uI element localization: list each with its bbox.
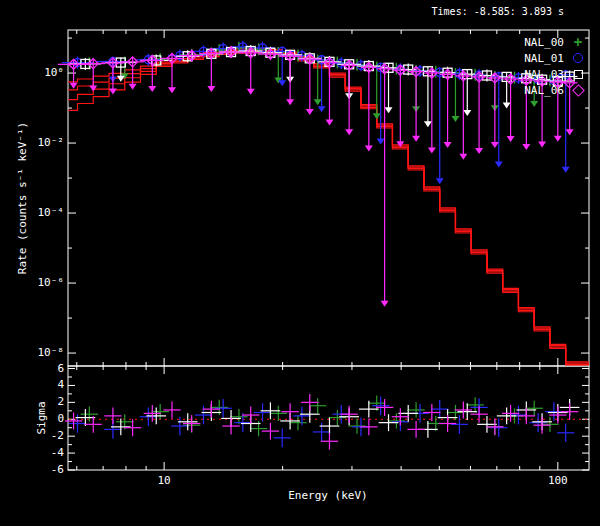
- legend-item-nal06: NAL_06: [524, 82, 588, 98]
- rate-axis-label: Rate (counts s⁻¹ keV⁻¹): [17, 83, 29, 313]
- square-marker-icon: [568, 67, 588, 81]
- circle-marker-icon: [568, 51, 588, 65]
- times-range-label: Times: -8.585: 3.893 s: [300, 6, 564, 18]
- legend-item-nal03: NAL_03: [524, 66, 588, 82]
- legend-label: NAL_03: [524, 68, 564, 81]
- sigma-axis-label: Sigma: [36, 353, 48, 483]
- legend-item-nal01: NAL_01: [524, 50, 588, 66]
- energy-axis-label: Energy (keV): [168, 490, 488, 502]
- plus-marker-icon: +: [568, 35, 588, 49]
- spectrum-plot[interactable]: [0, 0, 600, 526]
- legend-label: NAL_01: [524, 52, 564, 65]
- spectral-fit-window: 1010010⁰10⁻²10⁻⁴10⁻⁶10⁻⁸6420-2-4-6 Times…: [0, 0, 600, 526]
- legend-item-nal00: NAL_00 +: [524, 34, 588, 50]
- axis-tick-label: 10: [134, 475, 194, 486]
- legend-label: NAL_06: [524, 84, 564, 97]
- detector-legend: NAL_00 + NAL_01 NAL_03 NAL_06: [524, 34, 588, 98]
- axis-tick-label: 100: [528, 475, 588, 486]
- diamond-marker-icon: [568, 83, 588, 97]
- legend-label: NAL_00: [524, 36, 564, 49]
- axis-tick-label: 10⁰: [18, 67, 64, 78]
